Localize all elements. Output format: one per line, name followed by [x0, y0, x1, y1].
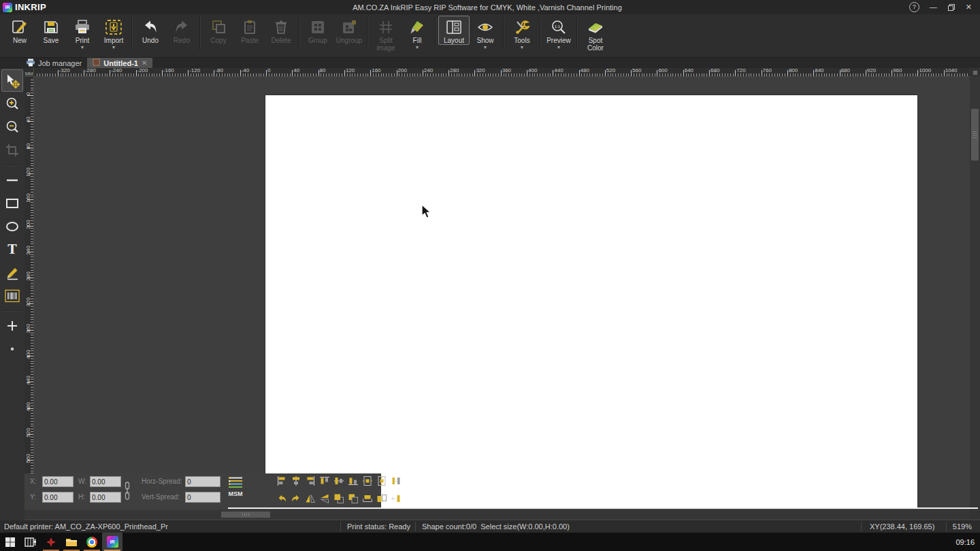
dot-icon [5, 341, 20, 356]
zoom-in-tool-button[interactable] [1, 93, 23, 115]
toolbar-print-button[interactable]: Print▼ [67, 16, 98, 50]
toolbar-layout-label: Layout [444, 37, 464, 44]
chrome-icon [86, 537, 97, 548]
chevron-down-icon[interactable]: ▼ [483, 45, 488, 50]
job-manager-button[interactable]: Job manager [0, 58, 87, 68]
align-middle-v-button[interactable] [333, 475, 344, 486]
horz-spread-label: Horz-Spread: [142, 476, 182, 487]
toolbar-separator [131, 17, 133, 50]
taskbar-inkrip-button[interactable]: IR [102, 533, 122, 551]
toolbar-separator [299, 17, 300, 50]
svg-text:1:1: 1:1 [555, 24, 561, 29]
dot-tool-button[interactable] [1, 337, 23, 360]
taskbar-file-explorer-button[interactable] [61, 533, 82, 551]
toolbar-save-label: Save [44, 37, 59, 44]
horz-spread-input[interactable] [185, 476, 220, 487]
horizontal-scrollbar[interactable] [24, 510, 970, 519]
chevron-down-icon[interactable]: ▼ [520, 45, 525, 50]
send-backward-button[interactable] [348, 493, 359, 504]
close-button[interactable]: ✕ [966, 3, 972, 12]
pencil-tool-button[interactable] [1, 261, 23, 284]
select-tool-button[interactable] [1, 69, 23, 92]
align-right-button[interactable] [305, 475, 316, 486]
minimize-button[interactable]: — [930, 3, 937, 12]
taskbar-chrome-button[interactable] [82, 533, 102, 551]
barcode-tool-button[interactable] [1, 284, 23, 307]
chevron-down-icon[interactable]: ▼ [80, 45, 85, 50]
chevron-down-icon[interactable]: ▼ [557, 45, 561, 50]
x-input[interactable] [42, 476, 74, 487]
h-input[interactable] [90, 492, 121, 503]
default-printer-status: Default printer: AM_CO_ZA-XP600_Printhea… [4, 522, 168, 531]
help-button[interactable]: ? [909, 2, 919, 12]
ungroup-icon [340, 19, 358, 35]
restore-button[interactable] [947, 3, 956, 12]
ellipse-tool-button[interactable] [1, 215, 23, 237]
delete-icon [272, 19, 290, 35]
toolbar-spotcolor-button[interactable]: Spot Color [580, 16, 611, 52]
tab-untitled-1[interactable]: Untitled-1 ✕ [87, 58, 152, 68]
vert-spread-input[interactable] [185, 492, 220, 503]
toolbar-preview-button[interactable]: 1:1Preview▼ [543, 16, 574, 50]
toolbar-delete-label: Delete [272, 37, 291, 44]
align-top-button[interactable] [319, 475, 330, 486]
page-boundary-line [228, 507, 978, 509]
app-logo: IR INKRIP [0, 2, 105, 12]
taskbar-clock: 09:16 [956, 533, 975, 551]
toolbar-undo-button[interactable]: Undo [135, 16, 166, 45]
toolbar-import-label: Import [104, 37, 123, 44]
y-input[interactable] [42, 492, 74, 503]
chevron-down-icon[interactable]: ▼ [415, 45, 420, 50]
tool-palette: T [0, 68, 24, 520]
bring-forward-button[interactable] [333, 493, 344, 504]
text-tool-button[interactable]: T [1, 238, 23, 261]
toolbar-copy-button: Copy [203, 16, 234, 45]
toolbar-separator [503, 17, 504, 50]
spacing-left-button[interactable] [391, 493, 402, 504]
distribute-h-button[interactable] [391, 475, 402, 486]
toolbar-redo-label: Redo [174, 37, 190, 44]
horizontal-scrollbar-thumb[interactable] [221, 512, 270, 518]
media-app-icon [24, 537, 37, 548]
vertical-scrollbar[interactable] [970, 77, 980, 510]
taskbar-media-app-button[interactable] [20, 533, 41, 551]
toolbar-separator [435, 17, 436, 50]
mirror-vertical-button[interactable] [319, 493, 330, 504]
toolbar-layout-button[interactable]: Layout [438, 16, 470, 45]
canvas-viewport[interactable] [34, 77, 970, 510]
rectangle-tool-button[interactable] [1, 192, 23, 214]
toolbar-new-button[interactable]: New [4, 16, 35, 45]
rotate-right-button[interactable] [291, 493, 301, 504]
zoom-out-tool-button[interactable] [1, 116, 23, 138]
show-icon [476, 19, 494, 35]
swap-order-button[interactable] [376, 493, 387, 504]
align-left-button[interactable] [276, 475, 287, 486]
rotate-left-button[interactable] [276, 493, 287, 504]
canvas-page[interactable] [265, 95, 917, 508]
vertical-ruler: 0408012016020024028032036040044048052056… [24, 77, 34, 508]
align-page-bottom-button[interactable] [362, 493, 373, 504]
toolbar-show-button[interactable]: Show▼ [470, 16, 501, 50]
toolbar-undo-label: Undo [142, 37, 159, 44]
group-icon [309, 19, 327, 35]
tab-close-icon[interactable]: ✕ [142, 59, 147, 67]
page-center-h-button[interactable] [362, 475, 373, 486]
line-tool-button[interactable] [1, 169, 23, 191]
vertical-scrollbar-thumb[interactable] [971, 109, 979, 161]
taskbar-red-app-button[interactable] [41, 533, 61, 551]
chevron-down-icon[interactable]: ▼ [112, 45, 116, 50]
w-input[interactable] [90, 476, 121, 487]
mirror-horizontal-button[interactable] [305, 493, 316, 504]
align-center-h-button[interactable] [291, 475, 301, 486]
page-center-v-button[interactable] [376, 475, 387, 486]
link-wh-icon[interactable] [124, 480, 131, 503]
toolbar-import-button[interactable]: Import▼ [98, 16, 129, 50]
toolbar-tools-button[interactable]: Tools▼ [506, 16, 538, 50]
toolbar-fill-button[interactable]: Fill▼ [402, 16, 433, 50]
add-tool-button[interactable] [1, 314, 23, 337]
align-bottom-button[interactable] [348, 475, 359, 486]
taskbar-start-button[interactable] [0, 533, 20, 551]
crop-icon [5, 143, 20, 158]
toolbar-save-button[interactable]: Save [35, 16, 67, 45]
msm-button[interactable]: MSM [225, 476, 246, 506]
